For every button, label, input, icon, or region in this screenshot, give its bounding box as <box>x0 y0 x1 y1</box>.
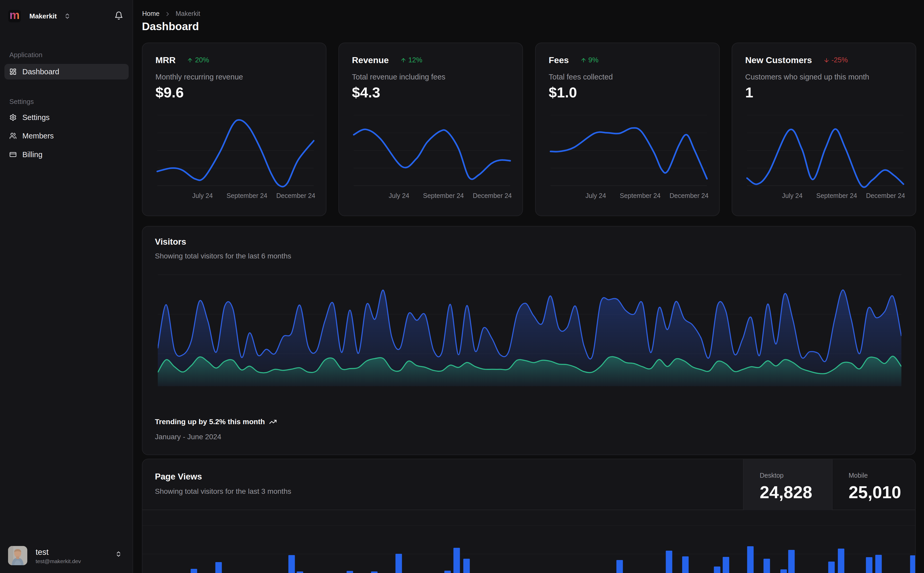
svg-text:September 24: September 24 <box>620 192 660 199</box>
svg-text:December 24: December 24 <box>670 192 709 199</box>
svg-text:September 24: September 24 <box>816 192 857 199</box>
svg-text:December 24: December 24 <box>276 192 315 199</box>
svg-text:July 24: July 24 <box>585 192 606 199</box>
svg-text:September 24: September 24 <box>226 192 267 199</box>
svg-text:December 24: December 24 <box>473 192 512 199</box>
svg-text:July 24: July 24 <box>192 192 213 199</box>
svg-text:July 24: July 24 <box>782 192 802 199</box>
svg-text:July 24: July 24 <box>389 192 409 199</box>
svg-text:December 24: December 24 <box>866 192 905 199</box>
svg-text:September 24: September 24 <box>423 192 464 199</box>
